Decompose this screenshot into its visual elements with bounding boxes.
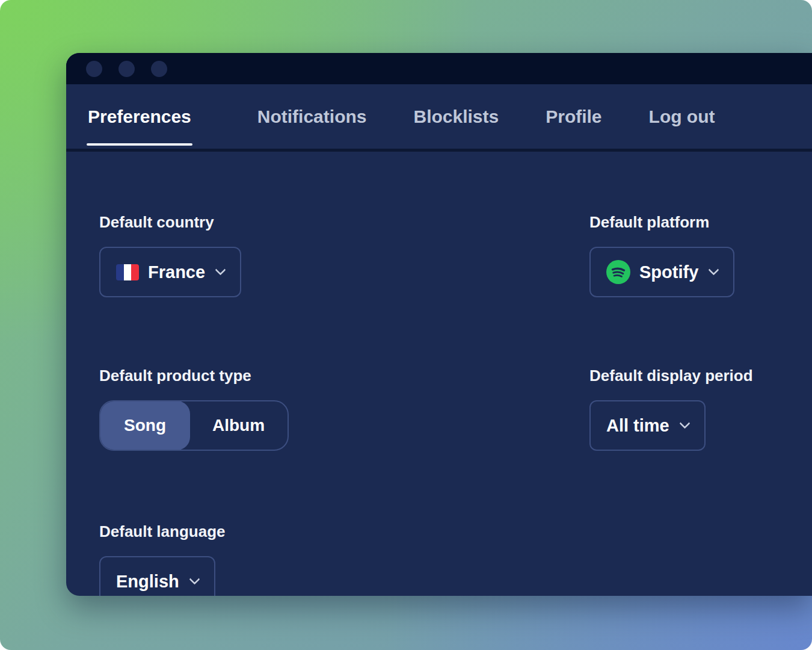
- default-language-label: Default language: [99, 521, 225, 542]
- product-type-toggle: Song Album: [99, 400, 289, 451]
- field-default-platform: Default platform Spotify: [589, 212, 734, 297]
- window-control-dot[interactable]: [118, 61, 135, 77]
- default-country-label: Default country: [99, 212, 241, 232]
- window-control-dot[interactable]: [86, 61, 102, 77]
- default-platform-label: Default platform: [589, 212, 734, 232]
- chevron-down-icon: [709, 264, 719, 275]
- preferences-panel: Default country France Default platform: [66, 152, 812, 594]
- default-product-type-label: Default product type: [99, 365, 289, 386]
- settings-tab-bar: Preferences Notifications Blocklists Pro…: [66, 84, 812, 152]
- tab-blocklists[interactable]: Blocklists: [413, 84, 499, 149]
- language-select[interactable]: English: [99, 556, 215, 596]
- tab-log-out[interactable]: Log out: [649, 84, 715, 149]
- spotify-icon: [606, 260, 630, 284]
- window-titlebar: [66, 53, 812, 84]
- platform-value: Spotify: [639, 262, 698, 282]
- platform-select[interactable]: Spotify: [589, 247, 734, 297]
- field-default-product-type: Default product type Song Album: [99, 365, 289, 451]
- chevron-down-icon: [679, 418, 690, 429]
- album-option[interactable]: Album: [189, 401, 288, 450]
- country-value: France: [148, 262, 205, 282]
- desktop-background: Preferences Notifications Blocklists Pro…: [0, 0, 812, 650]
- tab-profile[interactable]: Profile: [546, 84, 601, 149]
- field-default-display-period: Default display period All time: [589, 365, 753, 451]
- app-window: Preferences Notifications Blocklists Pro…: [66, 53, 812, 596]
- display-period-select[interactable]: All time: [589, 400, 706, 451]
- language-value: English: [116, 572, 179, 592]
- field-default-language: Default language English: [99, 521, 225, 596]
- song-option[interactable]: Song: [100, 401, 190, 450]
- field-default-country: Default country France: [99, 212, 241, 297]
- france-flag-icon: [116, 264, 139, 280]
- tab-preferences[interactable]: Preferences: [88, 84, 191, 149]
- window-control-dot[interactable]: [151, 61, 167, 77]
- chevron-down-icon: [215, 264, 226, 275]
- display-period-value: All time: [606, 416, 669, 436]
- default-display-period-label: Default display period: [589, 365, 753, 386]
- country-select[interactable]: France: [99, 247, 241, 297]
- tab-notifications[interactable]: Notifications: [257, 84, 367, 149]
- chevron-down-icon: [189, 574, 200, 584]
